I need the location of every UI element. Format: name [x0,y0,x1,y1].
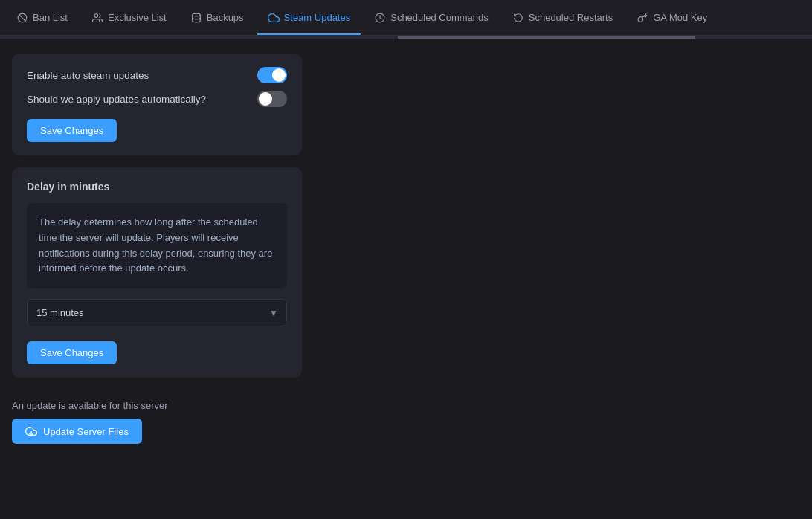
ban-icon [16,12,28,24]
enable-auto-label: Enable auto steam updates [27,70,149,81]
tab-exclusive-list[interactable]: Exclusive List [81,0,177,35]
save-changes-button-1[interactable]: Save Changes [27,119,117,142]
apply-updates-row: Should we apply updates automatically? [27,91,287,107]
tab-scheduled-commands[interactable]: Scheduled Commands [364,0,499,35]
update-server-files-button[interactable]: Update Server Files [12,419,142,444]
svg-point-2 [94,13,98,17]
tab-backups-label: Backups [207,12,244,23]
tab-ban-list[interactable]: Ban List [6,0,78,35]
apply-auto-toggle[interactable] [257,91,287,107]
delay-info-box: The delay determines how long after the … [27,203,287,288]
tab-scheduled-restarts[interactable]: Scheduled Restarts [502,0,623,35]
svg-line-1 [19,14,25,20]
auto-updates-card: Enable auto steam updates Should we appl… [12,54,302,155]
key-icon [637,12,648,24]
tab-steam-updates[interactable]: Steam Updates [257,0,361,35]
tab-ga-mod-key-label: GA Mod Key [653,12,707,23]
tab-exclusive-list-label: Exclusive List [108,12,167,23]
apply-auto-label: Should we apply updates automatically? [27,94,206,105]
clock-commands-icon [374,12,386,24]
delay-select-wrapper: 5 minutes 10 minutes 15 minutes 30 minut… [27,299,287,326]
delay-card: Delay in minutes The delay determines ho… [12,167,302,378]
tab-backups[interactable]: Backups [180,0,254,35]
update-btn-label: Update Server Files [43,426,129,437]
cloud-icon [268,12,280,24]
users-icon [91,12,103,24]
enable-auto-toggle[interactable] [257,67,287,83]
bottom-area: An update is available for this server U… [0,393,812,451]
database-icon [190,12,202,24]
update-notice: An update is available for this server [12,400,800,411]
save-changes-button-2[interactable]: Save Changes [27,341,117,364]
delay-card-title: Delay in minutes [27,181,287,193]
tab-scheduled-restarts-label: Scheduled Restarts [529,12,613,23]
tab-scheduled-commands-label: Scheduled Commands [390,12,489,23]
cloud-download-icon [25,425,37,437]
tab-ban-list-label: Ban List [33,12,68,23]
svg-point-3 [192,13,200,16]
tab-bar: Ban List Exclusive List Backups Steam Up… [0,0,812,36]
delay-select[interactable]: 5 minutes 10 minutes 15 minutes 30 minut… [27,299,287,326]
tab-ga-mod-key[interactable]: GA Mod Key [626,0,718,35]
main-content: Enable auto steam updates Should we appl… [0,39,812,393]
clock-restart-icon [512,12,524,24]
enable-auto-updates-row: Enable auto steam updates [27,67,287,83]
tab-steam-updates-label: Steam Updates [284,12,351,23]
